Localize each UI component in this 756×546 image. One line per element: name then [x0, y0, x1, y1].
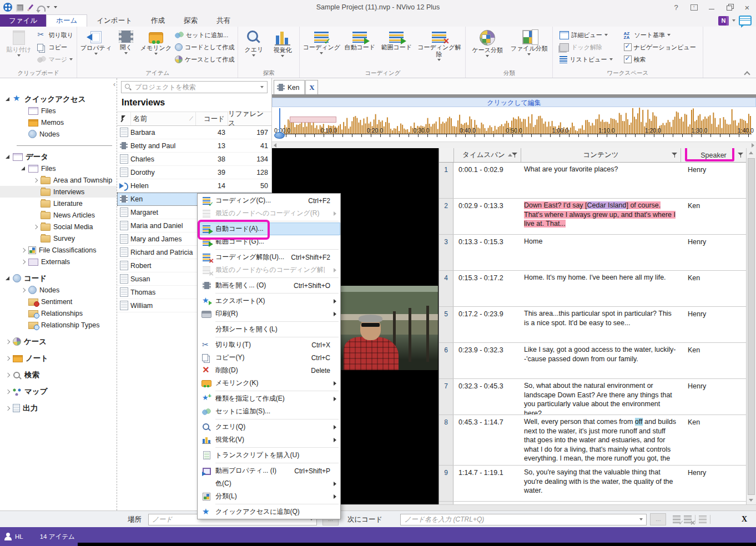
close-document-button[interactable]: X — [305, 80, 318, 94]
ribbon-display-options-button[interactable]: ↑ — [685, 1, 703, 14]
user-badge-chevron-icon[interactable] — [732, 19, 735, 22]
autocode-button[interactable]: 自動コード — [341, 28, 378, 69]
context-menu-item[interactable]: 自動コード(A)... — [198, 223, 340, 235]
restore-button[interactable] — [720, 1, 738, 14]
user-badge[interactable]: N — [718, 16, 729, 26]
waveform-selection[interactable] — [290, 117, 336, 123]
context-menu-item[interactable]: 分類シートを開く(L) — [198, 323, 340, 336]
tree-expander-icon[interactable] — [4, 371, 12, 378]
transcript-timespan[interactable]: 1:14.7 - 1:19.1 — [453, 466, 520, 501]
nav-item[interactable]: Survey — [0, 232, 117, 244]
undock-button[interactable]: ドック解除 — [558, 42, 614, 53]
context-menu-item[interactable]: クイックアクセスに追加(Q) — [198, 505, 340, 518]
nav-item[interactable]: File Classifications — [0, 244, 117, 256]
range-code-button[interactable]: 範囲コード — [378, 28, 415, 69]
uncode-button[interactable]: ×コーディング解除 — [415, 28, 463, 69]
transcript-content[interactable]: So, what about the natural environment o… — [520, 379, 681, 414]
ribbon-tab[interactable]: 共有 — [207, 14, 240, 27]
nav-item[interactable]: Nodes — [0, 284, 117, 296]
transcript-content[interactable]: So, you're saying that the valuable thin… — [520, 466, 681, 501]
context-menu-item[interactable]: 種類を指定して作成(E) — [198, 392, 340, 405]
ribbon-tab[interactable]: インポート — [87, 14, 142, 27]
nav-item[interactable]: 検索 — [0, 369, 117, 381]
project-search-input[interactable]: プロジェクトを検索 — [121, 81, 268, 93]
coding-button[interactable]: ✓コーディング — [301, 28, 341, 69]
navigation-view-checkbox[interactable]: ナビゲーションビュー — [622, 42, 698, 53]
transcript-speaker[interactable]: Ken — [681, 271, 746, 306]
tree-expander-icon[interactable] — [20, 246, 27, 254]
scrollbar-thumb[interactable] — [748, 158, 755, 495]
query-button[interactable]: クエリ — [240, 28, 268, 69]
nav-item[interactable]: Relationship Types — [0, 319, 117, 331]
scroll-right-icon[interactable] — [752, 143, 754, 148]
cut-button[interactable]: 切り取り — [36, 29, 75, 41]
collapse-nav-icon[interactable]: ‹ — [113, 80, 115, 88]
transcript-row[interactable]: 8 0:45.3 - 1:14.7 Well, every person tha… — [439, 415, 746, 466]
pin-column-header[interactable] — [117, 112, 131, 125]
tree-expander-icon[interactable] — [20, 258, 27, 265]
transcript-content[interactable]: Like I say, got a good access to the wat… — [520, 343, 681, 378]
nav-item[interactable]: ケース — [0, 336, 117, 347]
context-menu-item[interactable]: 最近のノードからのコーディング解除(F) — [198, 264, 340, 276]
tree-expander-icon[interactable] — [20, 298, 27, 305]
context-menu-item[interactable]: トランスクリプトを購入(U) — [198, 449, 340, 462]
nav-item[interactable]: 出力 — [0, 402, 117, 414]
document-tab-ken[interactable]: Ken — [274, 80, 305, 94]
tree-expander-icon[interactable] — [20, 165, 27, 172]
browse-node-button[interactable]: ... — [650, 513, 666, 525]
file-list-row[interactable]: Betty and Paul 13 41 — [117, 139, 271, 153]
tree-expander-icon[interactable] — [32, 223, 39, 230]
help-button[interactable]: ? — [667, 1, 685, 14]
ribbon-tab[interactable]: 探索 — [174, 14, 207, 27]
transcript-timespan[interactable]: 0:23.9 - 0:32.3 — [453, 343, 520, 378]
scroll-up-icon[interactable] — [749, 151, 753, 154]
audio-waveform-area[interactable]: 0:00.00:10.00:20.00:30.00:40.00:50.01:00… — [272, 107, 756, 141]
filter-icon[interactable] — [738, 152, 744, 158]
tree-expander-icon[interactable] — [20, 310, 27, 317]
nav-item[interactable]: Nodes — [0, 128, 117, 140]
transcript-speaker[interactable]: Ken — [681, 415, 746, 465]
tree-expander-icon[interactable] — [4, 355, 12, 362]
file-list-row[interactable]: Helen 14 50 — [117, 179, 271, 193]
add-to-set-button[interactable]: セットに追加... — [173, 29, 236, 41]
open-button[interactable]: 開く — [113, 28, 139, 69]
context-menu-item[interactable]: 動画を開く... (O) Ctrl+Shift+O — [198, 279, 340, 292]
nav-item[interactable]: Memos — [0, 117, 117, 128]
merge-button[interactable]: マージ — [36, 54, 75, 65]
transcript-content[interactable]: Home — [520, 235, 681, 270]
transcript-timespan[interactable]: 0:17.2 - 0:23.9 — [453, 307, 520, 342]
list-view-button[interactable]: リストビュー — [558, 54, 614, 65]
nav-item[interactable]: Literature — [0, 198, 117, 209]
context-menu-item[interactable]: コピー(Y) Ctrl+C — [198, 351, 340, 364]
context-menu-item[interactable]: エクスポート(X) — [198, 295, 340, 307]
nav-item[interactable]: ノート — [0, 352, 117, 364]
scroll-down-icon[interactable] — [749, 499, 753, 502]
transcript-timespan[interactable]: 0:00.1 - 0:02.9 — [453, 163, 520, 198]
tree-expander-icon[interactable] — [32, 176, 39, 184]
waveform[interactable] — [276, 108, 752, 134]
transcript-timespan[interactable]: 0:15.3 - 0:17.2 — [453, 271, 520, 306]
transcript-timespan[interactable]: 0:32.3 - 0:45.3 — [453, 379, 520, 414]
chevron-down-icon[interactable] — [260, 86, 264, 88]
nav-item[interactable]: Social Media — [0, 221, 117, 232]
node-name-input[interactable]: ノード名を入力 (CTRL+Q) — [400, 514, 647, 525]
filter-icon[interactable] — [672, 152, 678, 158]
tree-expander-icon[interactable] — [20, 107, 27, 114]
uncode-selection-icon[interactable] — [684, 515, 692, 523]
file-classification-button[interactable]: ファイル分類 — [507, 28, 551, 69]
transcript-content[interactable]: What are your favorite places? — [520, 163, 681, 198]
recent-codes-icon[interactable] — [699, 515, 707, 523]
transcript-speaker[interactable]: Henry — [681, 307, 746, 342]
detail-view-button[interactable]: 詳細ビュー — [558, 29, 614, 41]
nav-item[interactable]: Interviews — [0, 186, 117, 198]
transcript-row[interactable]: 9 1:14.7 - 1:19.1 So, you're saying that… — [439, 466, 746, 502]
code-selection-icon[interactable] — [673, 515, 681, 523]
nav-item[interactable]: Relationships — [0, 307, 117, 319]
transcript-content[interactable]: This area...this particular spot in part… — [520, 307, 681, 342]
nav-item[interactable]: Externals — [0, 256, 117, 267]
filter-icon[interactable] — [512, 152, 518, 158]
timespan-column-header[interactable]: タイムスパン — [454, 148, 521, 162]
ribbon-tab[interactable]: ホーム — [46, 14, 87, 27]
tree-expander-icon[interactable] — [20, 286, 27, 294]
nav-item[interactable]: Files — [0, 105, 117, 117]
